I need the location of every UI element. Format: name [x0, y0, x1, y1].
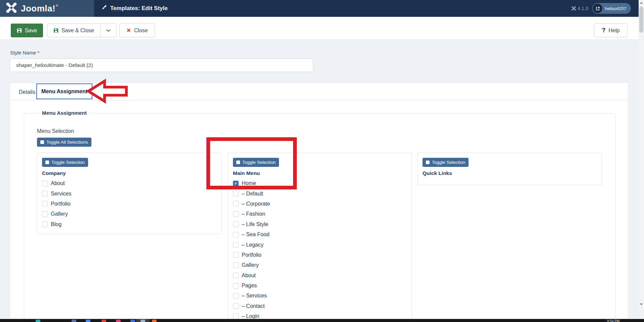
app-icon-teal[interactable]: [36, 320, 40, 322]
checkbox-icon: [40, 140, 44, 144]
checkbox-unchecked[interactable]: [233, 201, 239, 207]
app-icon-blue2[interactable]: [130, 320, 135, 322]
checkbox-unchecked[interactable]: [233, 262, 239, 268]
menu-item-row[interactable]: Portfolio: [42, 199, 216, 209]
checkbox-unchecked[interactable]: [233, 221, 239, 227]
style-name-input[interactable]: [10, 59, 313, 72]
menu-item-row[interactable]: Gallery: [233, 260, 407, 270]
brand-reg-mark: ®: [56, 4, 58, 7]
save-button[interactable]: Save: [11, 24, 43, 37]
save-close-group: Save & Close: [47, 24, 117, 37]
checkbox-unchecked[interactable]: [233, 314, 239, 319]
edit-style-card: Details Menu Assignment Menu Assignment …: [10, 82, 628, 319]
app-icon-slate[interactable]: [72, 320, 76, 322]
menu-item-row[interactable]: – Default: [233, 188, 407, 199]
toggle-all-selections-button[interactable]: Toggle All Selections: [37, 138, 91, 147]
checkbox-unchecked[interactable]: [233, 283, 239, 289]
scroll-up-button[interactable]: [639, 0, 644, 6]
page-title-text: Templates: Edit Style: [110, 5, 168, 12]
version-badge: 4.1.0: [571, 0, 588, 17]
toggle-selection-button[interactable]: Toggle Selection: [42, 158, 88, 167]
menu-item-label: – Login: [242, 313, 259, 319]
menu-item-label: – Contact: [242, 303, 265, 309]
user-menu[interactable]: helixu4207: [592, 3, 631, 14]
checkbox-unchecked[interactable]: [233, 293, 239, 299]
save-and-close-button[interactable]: Save & Close: [47, 24, 100, 37]
annotation-highlight-rectangle: [206, 137, 297, 189]
checkbox-unchecked[interactable]: [42, 191, 48, 196]
menu-item-row[interactable]: – Contact: [233, 301, 407, 311]
app-icon-rose[interactable]: [116, 320, 121, 322]
page-scrollbar[interactable]: [639, 0, 644, 319]
checkbox-unchecked[interactable]: [233, 191, 239, 196]
close-x-icon: ✕: [126, 27, 131, 34]
menu-item-row[interactable]: – Login: [233, 311, 407, 319]
checkbox-unchecked[interactable]: [42, 201, 48, 207]
save-options-dropdown-toggle[interactable]: [100, 24, 116, 37]
app-icon-red[interactable]: [102, 320, 106, 322]
edit-toolbar: Save Save & Close ✕ Close ? Help: [0, 17, 644, 40]
menu-item-row[interactable]: – Fashion: [233, 209, 407, 219]
checkbox-icon: [426, 160, 430, 164]
app-icon-active[interactable]: [140, 320, 145, 322]
menu-item-label: Services: [51, 191, 71, 197]
menu-item-row[interactable]: About: [233, 271, 407, 281]
checkbox-unchecked[interactable]: [233, 211, 239, 217]
brush-icon: [101, 5, 107, 12]
style-name-label: Style Name *: [10, 50, 40, 56]
tab-menu-assignment[interactable]: Menu Assignment: [36, 83, 92, 99]
annotation-arrow: [87, 79, 128, 105]
menu-item-list: ✓Home– Default– Corporate– Fashion– Life…: [233, 178, 407, 319]
menu-item-row[interactable]: Pages: [233, 281, 407, 291]
menu-item-row[interactable]: – Life Style: [233, 219, 407, 229]
page-title: Templates: Edit Style: [101, 0, 168, 17]
menu-item-row[interactable]: – Services: [233, 291, 407, 301]
scrollbar-thumb[interactable]: [639, 6, 643, 33]
checkbox-icon: [45, 160, 49, 164]
checkbox-unchecked[interactable]: [233, 252, 239, 258]
menu-item-label: Portfolio: [51, 201, 71, 207]
external-link-icon: [593, 4, 602, 13]
close-label: Close: [134, 28, 148, 34]
menu-column-quick-links: Toggle SelectionQuick Links: [417, 153, 602, 185]
checkbox-unchecked[interactable]: [42, 211, 48, 217]
menu-item-row[interactable]: Gallery: [42, 209, 216, 219]
menu-item-row[interactable]: Portfolio: [233, 250, 407, 260]
os-taskbar: 9:54 PM: [0, 319, 644, 322]
checkbox-unchecked[interactable]: [42, 221, 48, 227]
help-button[interactable]: ? Help: [594, 24, 628, 37]
toggle-selection-label: Toggle Selection: [432, 160, 465, 165]
username-text: helixu4207: [605, 6, 626, 11]
menu-item-row[interactable]: Services: [42, 188, 216, 199]
menu-item-row[interactable]: – Sea Food: [233, 229, 407, 240]
checkbox-unchecked[interactable]: [233, 242, 239, 248]
menu-item-row[interactable]: – Legacy: [233, 240, 407, 250]
toggle-selection-label: Toggle Selection: [51, 160, 85, 165]
save-icon: [17, 28, 22, 33]
menu-item-label: – Default: [242, 191, 263, 197]
toggle-selection-button[interactable]: Toggle Selection: [422, 158, 469, 167]
menu-item-label: Blog: [51, 221, 62, 227]
scroll-down-button[interactable]: [639, 301, 644, 307]
checkbox-unchecked[interactable]: [233, 303, 239, 309]
joomla-brand[interactable]: Joomla! ®: [0, 0, 94, 17]
checkbox-unchecked[interactable]: [233, 273, 239, 278]
app-icon-orange[interactable]: [152, 320, 157, 322]
menu-item-label: – Life Style: [242, 221, 268, 227]
close-button[interactable]: ✕ Close: [119, 24, 155, 37]
menu-item-row[interactable]: About: [42, 178, 216, 188]
menu-item-list: AboutServicesPortfolioGalleryBlog: [42, 178, 216, 229]
clock-text: 9:54 PM: [607, 319, 619, 322]
checkbox-unchecked[interactable]: [42, 181, 48, 186]
menu-column-title: Company: [42, 170, 216, 176]
chevron-down-icon: [106, 29, 111, 32]
menu-column-title: Quick Links: [422, 170, 597, 176]
app-icon-blue[interactable]: [86, 320, 90, 322]
menu-item-label: About: [51, 180, 65, 186]
menu-item-row[interactable]: Blog: [42, 219, 216, 229]
question-icon: ?: [602, 27, 606, 34]
checkbox-unchecked[interactable]: [233, 232, 239, 238]
menu-item-label: Portfolio: [242, 252, 261, 258]
admin-navbar: Joomla! ® Templates: Edit Style 4.1.0: [0, 0, 644, 17]
menu-item-row[interactable]: – Corporate: [233, 199, 407, 209]
